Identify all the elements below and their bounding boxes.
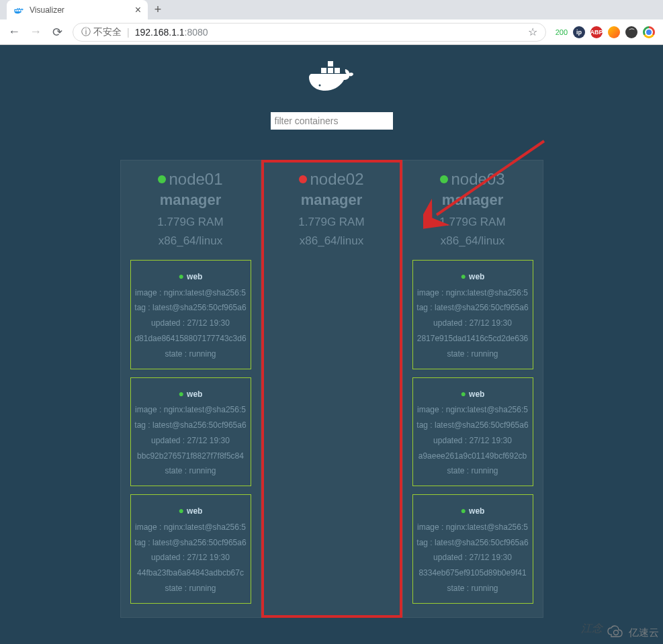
node-column: node03manager1.779G RAMx86_64/linux●webi… (402, 160, 543, 618)
container-state: state : running (414, 463, 531, 479)
node-role: manager (271, 191, 392, 209)
back-button[interactable]: ← (8, 25, 20, 39)
status-dot-icon (158, 175, 166, 183)
svg-point-8 (318, 85, 320, 87)
close-tab-icon[interactable]: × (135, 4, 141, 16)
container-state: state : running (132, 581, 249, 596)
status-dot-icon (299, 175, 307, 183)
container-updated: updated : 27/12 19:30 (132, 550, 249, 565)
container-updated: updated : 27/12 19:30 (414, 316, 531, 331)
svg-rect-7 (328, 61, 333, 66)
container-state: state : running (132, 347, 249, 362)
node-arch: x86_64/linux (412, 234, 533, 248)
filter-containers-input[interactable] (271, 112, 393, 130)
url-host: 192.168.1.1 (135, 27, 185, 38)
container-card[interactable]: ●webimage : nginx:latest@sha256:5tag : l… (412, 494, 533, 604)
container-name: ●web (414, 385, 531, 403)
containers-list: ●webimage : nginx:latest@sha256:5tag : l… (130, 260, 251, 604)
extension-icons: 200 ip ABP ⌒ (556, 26, 655, 38)
container-card[interactable]: ●webimage : nginx:latest@sha256:5tag : l… (130, 260, 251, 369)
container-name: ●web (414, 267, 531, 285)
watermark-text: 亿速云 (629, 627, 659, 639)
container-id: a9aeee261a9c01149bcf692cb (414, 449, 531, 464)
adblock-extension-icon[interactable]: ABP (590, 26, 603, 38)
status-dot-icon (440, 175, 448, 183)
node-name: node01 (158, 170, 222, 189)
container-image: image : nginx:latest@sha256:5 (414, 285, 531, 301)
container-tag: tag : latest@sha256:50cf965a6 (414, 535, 531, 551)
container-updated: updated : 27/12 19:30 (132, 433, 249, 449)
container-updated: updated : 27/12 19:30 (132, 316, 249, 331)
bookmark-star-icon[interactable]: ☆ (528, 26, 537, 38)
svg-rect-5 (328, 68, 333, 73)
node-ram: 1.779G RAM (271, 216, 392, 229)
browser-tab[interactable]: Visualizer × (7, 0, 148, 19)
running-dot-icon: ● (461, 388, 466, 399)
container-name: ●web (132, 267, 249, 285)
svg-point-10 (614, 631, 619, 635)
node-role: manager (130, 191, 251, 209)
insecure-badge: ⓘ 不安全 (81, 26, 122, 38)
node-header: node01manager1.779G RAMx86_64/linux (130, 170, 251, 248)
info-icon: ⓘ (81, 26, 91, 38)
watermark-overlay-text: 江念 (581, 622, 603, 636)
extension-icon[interactable] (608, 26, 620, 38)
container-tag: tag : latest@sha256:50cf965a6 (414, 418, 531, 433)
containers-list: ●webimage : nginx:latest@sha256:5tag : l… (412, 260, 533, 604)
container-name: ●web (132, 385, 249, 403)
container-id: d81dae864158807177743c3d6 (132, 331, 249, 347)
container-name: ●web (132, 502, 249, 520)
ip-extension-icon[interactable]: ip (573, 26, 585, 38)
address-bar[interactable]: ⓘ 不安全 | 192.168.1.1:8080 ☆ (73, 23, 546, 42)
node-arch: x86_64/linux (271, 234, 392, 248)
container-id: 44fba23fba6a84843adbcb67c (132, 565, 249, 581)
container-image: image : nginx:latest@sha256:5 (414, 520, 531, 535)
node-role: manager (412, 191, 533, 209)
docker-logo-icon (305, 58, 359, 96)
watermark: 亿速云 (607, 625, 659, 640)
container-image: image : nginx:latest@sha256:5 (132, 520, 249, 535)
node-ram: 1.779G RAM (130, 216, 251, 229)
docker-favicon-icon (13, 5, 24, 15)
nodes-grid: node01manager1.779G RAMx86_64/linux●webi… (0, 160, 663, 618)
reload-button[interactable]: ⟳ (51, 25, 63, 40)
svg-rect-4 (321, 68, 326, 73)
container-card[interactable]: ●webimage : nginx:latest@sha256:5tag : l… (130, 377, 251, 487)
node-name: node02 (299, 170, 363, 189)
browser-tab-bar: Visualizer × + (0, 0, 663, 19)
page-content: node01manager1.779G RAMx86_64/linux●webi… (0, 45, 663, 644)
forward-button[interactable]: → (30, 25, 42, 39)
container-card[interactable]: ●webimage : nginx:latest@sha256:5tag : l… (130, 494, 251, 604)
network-extension-icon[interactable]: ⌒ (625, 26, 637, 38)
container-tag: tag : latest@sha256:50cf965a6 (132, 300, 249, 316)
container-tag: tag : latest@sha256:50cf965a6 (132, 418, 249, 433)
node-column: node02manager1.779G RAMx86_64/linux (261, 160, 402, 618)
node-arch: x86_64/linux (130, 234, 251, 248)
container-state: state : running (414, 581, 531, 596)
container-tag: tag : latest@sha256:50cf965a6 (132, 535, 249, 551)
browser-toolbar: ← → ⟳ ⓘ 不安全 | 192.168.1.1:8080 ☆ 200 ip … (0, 19, 663, 45)
cloud-logo-icon (607, 625, 625, 640)
running-dot-icon: ● (461, 271, 466, 281)
chrome-menu-icon[interactable] (643, 26, 655, 38)
running-dot-icon: ● (179, 388, 184, 399)
container-updated: updated : 27/12 19:30 (414, 433, 531, 449)
tab-title: Visualizer (30, 5, 135, 15)
url-port: :8080 (185, 27, 208, 38)
node-column: node01manager1.779G RAMx86_64/linux●webi… (120, 160, 261, 618)
new-tab-button[interactable]: + (148, 0, 168, 19)
container-card[interactable]: ●webimage : nginx:latest@sha256:5tag : l… (412, 377, 533, 487)
node-header: node03manager1.779G RAMx86_64/linux (412, 170, 533, 248)
container-updated: updated : 27/12 19:30 (414, 550, 531, 565)
node-ram: 1.779G RAM (412, 216, 533, 229)
container-card[interactable]: ●webimage : nginx:latest@sha256:5tag : l… (412, 260, 533, 369)
container-image: image : nginx:latest@sha256:5 (132, 402, 249, 418)
container-id: bbc92b276571f8827f7f8f5c84 (132, 449, 249, 464)
logo-wrap (0, 58, 663, 99)
container-image: image : nginx:latest@sha256:5 (414, 402, 531, 418)
node-header: node02manager1.779G RAMx86_64/linux (271, 170, 392, 248)
container-image: image : nginx:latest@sha256:5 (132, 285, 249, 301)
running-dot-icon: ● (179, 271, 184, 281)
container-state: state : running (414, 347, 531, 362)
container-name: ●web (414, 502, 531, 520)
